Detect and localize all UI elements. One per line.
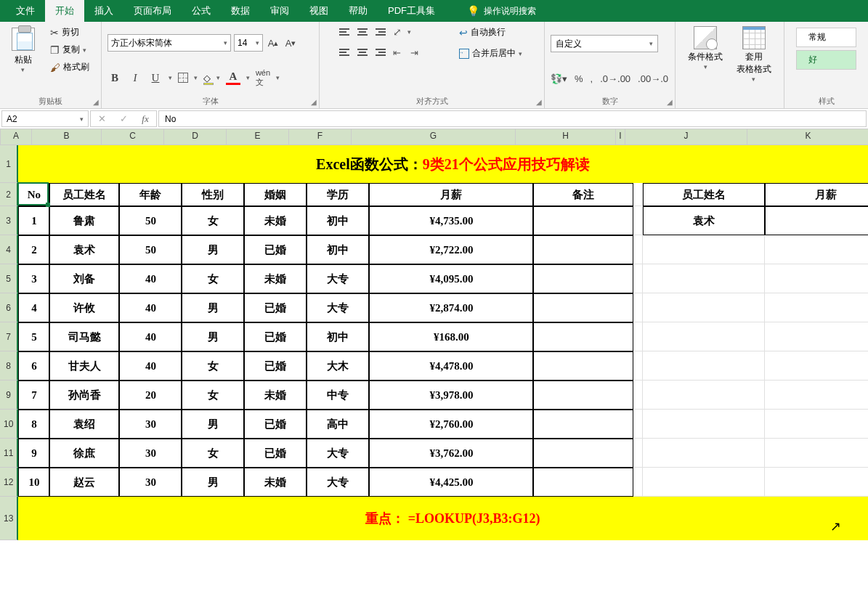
cell-B3[interactable]: 鲁肃 [49,206,119,235]
cell-G5[interactable]: ¥4,095.00 [369,264,533,293]
cell-B11[interactable]: 徐庶 [49,439,119,468]
column-header-A[interactable]: A [1,129,32,145]
fill-color-button[interactable]: ◇ [203,73,211,84]
cell-C9[interactable]: 20 [119,381,182,410]
menu-insert[interactable]: 插入 [84,0,123,22]
empty-I11[interactable] [633,439,643,468]
cell-H4[interactable] [533,235,633,264]
cell-style-good[interactable]: 好 [796,50,856,70]
cell-F8[interactable]: 大木 [307,351,369,381]
cell-E10[interactable]: 已婚 [244,410,307,439]
column-header-B[interactable]: B [32,129,102,145]
cell-H6[interactable] [533,293,633,322]
cell-C10[interactable]: 30 [119,410,182,439]
column-header-H[interactable]: H [516,129,616,145]
insert-function-button[interactable]: fx [134,113,156,125]
row-header-2[interactable]: 2 [0,183,18,206]
row-header-10[interactable]: 10 [0,410,18,439]
empty-K8[interactable] [765,351,868,381]
name-box[interactable]: A2 ▾ [1,110,89,127]
decrease-indent-button[interactable]: ⇤ [390,45,405,60]
italic-button[interactable]: I [128,70,142,85]
cell-J3[interactable]: 袁术 [643,206,765,235]
decrease-font-button[interactable]: A▾ [283,36,298,50]
cell-D4[interactable]: 男 [182,235,244,264]
cell-C3[interactable]: 50 [119,206,182,235]
row-header-12[interactable]: 12 [0,468,18,497]
menu-formulas[interactable]: 公式 [182,0,221,22]
cell-F9[interactable]: 中专 [307,381,369,410]
align-bottom-button[interactable] [373,25,387,38]
empty-J11[interactable] [643,439,765,468]
chevron-down-icon[interactable]: ▾ [216,74,220,81]
cell-C4[interactable]: 50 [119,235,182,264]
row-header-13[interactable]: 13 [0,497,18,540]
cell-G11[interactable]: ¥3,762.00 [369,439,533,468]
row-header-7[interactable]: 7 [0,322,18,351]
bold-button[interactable]: B [108,70,122,85]
cell-E11[interactable]: 已婚 [244,439,307,468]
cell-G7[interactable]: ¥168.00 [369,322,533,351]
row-header-1[interactable]: 1 [0,145,18,183]
empty-J10[interactable] [643,410,765,439]
header-A[interactable]: No [18,183,49,206]
cell-D6[interactable]: 男 [182,293,244,322]
header-G[interactable]: 月薪 [369,183,533,206]
cell-H9[interactable] [533,381,633,410]
cell-H8[interactable] [533,351,633,381]
orientation-button[interactable]: ⤢ [390,25,405,39]
cell-C6[interactable]: 40 [119,293,182,322]
cell-D9[interactable]: 女 [182,381,244,410]
empty-K4[interactable] [765,235,868,264]
cell-G10[interactable]: ¥2,760.00 [369,410,533,439]
empty-K7[interactable] [765,322,868,351]
cell-A6[interactable]: 4 [18,293,49,322]
empty-I10[interactable] [633,410,643,439]
cell-A8[interactable]: 6 [18,351,49,381]
empty-K10[interactable] [765,410,868,439]
tell-me-search[interactable]: 💡 操作说明搜索 [460,5,543,17]
cell-K3[interactable] [765,206,868,235]
cell-F12[interactable]: 大专 [307,468,369,497]
side-header-J[interactable]: 员工姓名 [643,183,765,206]
column-header-K[interactable]: K [747,129,868,145]
font-color-button[interactable]: A [226,70,240,85]
cell-style-normal[interactable]: 常规 [796,28,856,47]
font-size-combo[interactable]: 14 ▾ [234,34,263,52]
cell-A10[interactable]: 8 [18,410,49,439]
borders-button[interactable] [178,73,188,83]
empty-I9[interactable] [633,381,643,410]
cell-A12[interactable]: 10 [18,468,49,497]
row-header-9[interactable]: 9 [0,381,18,410]
chevron-down-icon[interactable]: ▾ [194,74,198,81]
cell-G12[interactable]: ¥4,425.00 [369,468,533,497]
cell-A7[interactable]: 5 [18,322,49,351]
cell-F10[interactable]: 高中 [307,410,369,439]
copy-button[interactable]: ❐ 复制 ▾ [47,42,92,57]
cell-A4[interactable]: 2 [18,235,49,264]
cell-E4[interactable]: 已婚 [244,235,307,264]
align-right-button[interactable] [373,46,387,59]
dialog-launcher-icon[interactable]: ◢ [536,98,542,106]
cell-F5[interactable]: 大专 [307,264,369,293]
dialog-launcher-icon[interactable]: ◢ [667,98,673,106]
menu-pdf-tools[interactable]: PDF工具集 [378,0,445,22]
cell-F6[interactable]: 大专 [307,293,369,322]
chevron-down-icon[interactable]: ▾ [407,28,411,36]
cell-D10[interactable]: 男 [182,410,244,439]
empty-I8[interactable] [633,351,643,381]
empty-I4[interactable] [633,235,643,264]
header-F[interactable]: 学历 [307,183,369,206]
cell-G4[interactable]: ¥2,722.00 [369,235,533,264]
paste-button[interactable]: 粘贴 ▾ [9,25,38,94]
row-header-11[interactable]: 11 [0,439,18,468]
cell-G9[interactable]: ¥3,978.00 [369,381,533,410]
empty-J12[interactable] [643,468,765,497]
cancel-edit-button[interactable]: ✕ [91,113,113,124]
menu-review[interactable]: 审阅 [260,0,299,22]
empty-I12[interactable] [633,468,643,497]
align-center-button[interactable] [355,46,370,59]
dialog-launcher-icon[interactable]: ◢ [93,98,99,106]
empty-J8[interactable] [643,351,765,381]
empty-J5[interactable] [643,264,765,293]
